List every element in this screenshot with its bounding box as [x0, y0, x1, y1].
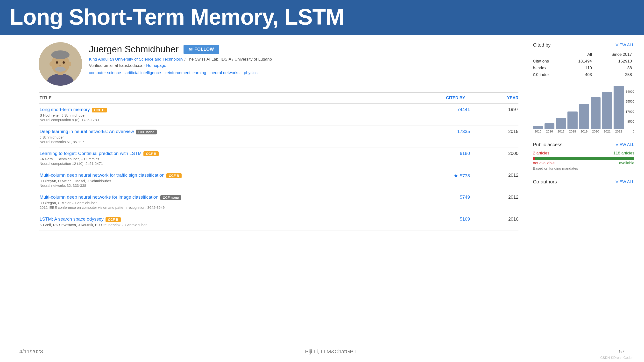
- cited-count-link[interactable]: 5738: [460, 173, 470, 178]
- paper-cited-count[interactable]: ★ 5738: [397, 169, 470, 191]
- bar-year-label: 2020: [592, 130, 599, 133]
- public-access-section: Public access VIEW ALL 2 articles 118 ar…: [533, 142, 634, 170]
- table-row: Deep learning in neural networks: An ove…: [39, 125, 518, 147]
- svg-point-7: [60, 65, 61, 66]
- paper-authors: D CireşAn, U Meier, J Masci, J Schmidhub…: [40, 179, 397, 183]
- tag-rl[interactable]: reinforcement learning: [166, 70, 206, 75]
- paper-badge: CCF B: [144, 151, 159, 156]
- footer-page: 57: [619, 349, 625, 355]
- affiliation[interactable]: King Abdullah University of Science and …: [89, 57, 272, 62]
- tag-physics[interactable]: physics: [244, 70, 258, 75]
- footer: 4/11/2023 Piji Li, LLM&ChatGPT 57: [0, 349, 644, 355]
- cited-count-link[interactable]: 6180: [460, 151, 470, 156]
- cited-by-view-all[interactable]: VIEW ALL: [616, 43, 634, 47]
- tag-ai[interactable]: artificial intelligence: [125, 70, 161, 75]
- paper-badge: CCF B: [166, 173, 182, 178]
- paper-journal: Neural networks 61, 85-117: [40, 140, 397, 144]
- col-title-header: TITLE: [39, 93, 397, 103]
- follow-label: FOLLOW: [194, 47, 214, 52]
- bar-year-label: 2017: [558, 130, 564, 133]
- tag-computer-science[interactable]: computer science: [89, 70, 121, 75]
- y-axis-label: 8500: [626, 120, 634, 123]
- paper-authors: K Greff, RK Srivastava, J Koutník, BR St…: [40, 223, 397, 227]
- paper-journal: 2012 IEEE conference on computer vision …: [40, 205, 397, 209]
- public-access-title: Public access: [533, 142, 562, 147]
- y-axis-label: 0: [626, 130, 634, 133]
- bar-year-label: 2018: [569, 130, 576, 133]
- stats-col-all: All: [566, 51, 594, 58]
- cited-count-link[interactable]: 74441: [457, 107, 470, 112]
- bar-column: 2020: [591, 97, 601, 133]
- table-row: Long short-term memoryCCF BS Hochreiter,…: [39, 103, 518, 125]
- bar-column: 2021: [602, 92, 612, 133]
- main-content: Juergen Schmidhuber ✉ FOLLOW King Abdull…: [0, 35, 644, 235]
- profile-email: Verified email at kaust.edu.sa - Homepag…: [89, 63, 272, 68]
- footer-presenter: Piji Li, LLM&ChatGPT: [305, 349, 357, 355]
- author-name: Juergen Schmidhuber: [89, 44, 179, 54]
- svg-point-10: [68, 61, 71, 66]
- paper-title-cell: Multi-column deep neural network for tra…: [39, 169, 397, 191]
- svg-point-8: [55, 67, 66, 72]
- paper-year: 2016: [470, 213, 518, 230]
- bar-column: 2016: [544, 123, 555, 133]
- cited-count-link[interactable]: 5749: [460, 195, 470, 200]
- public-access-view-all[interactable]: VIEW ALL: [616, 142, 634, 147]
- footer-date: 4/11/2023: [19, 349, 43, 355]
- bar: [614, 86, 624, 129]
- paper-cited-count[interactable]: 6180: [397, 147, 470, 169]
- paper-cited-count[interactable]: 5169: [397, 213, 470, 230]
- email-text: Verified email at kaust.edu.sa -: [89, 63, 146, 68]
- profile-info: Juergen Schmidhuber ✉ FOLLOW King Abdull…: [89, 42, 272, 75]
- svg-point-9: [50, 61, 53, 66]
- coauthors-section: Co-authors VIEW ALL: [533, 179, 634, 185]
- bar: [579, 104, 589, 129]
- paper-title-link[interactable]: LSTM: A search space odyssey: [40, 217, 104, 222]
- paper-authors: FA Gers, J Schmidhuber, F Cummins: [40, 157, 397, 161]
- cited-by-title: Cited by: [533, 42, 550, 48]
- stats-row: h-index11088: [533, 65, 634, 71]
- not-available-label: not available: [533, 161, 555, 165]
- paper-title-link[interactable]: Long short-term memory: [40, 107, 90, 112]
- bar-column: 2017: [556, 118, 566, 133]
- paper-title-link[interactable]: Deep learning in neural networks: An ove…: [40, 129, 134, 134]
- stats-header-row: All Since 2017: [533, 51, 634, 58]
- paper-cited-count[interactable]: 5749: [397, 191, 470, 213]
- paper-title-cell: Multi-column deep neural networks for im…: [39, 191, 397, 213]
- paper-title-cell: LSTM: A search space odysseyCCF BK Greff…: [39, 213, 397, 230]
- access-count-row: 2 articles 118 articles: [533, 151, 634, 156]
- profile-tags: computer science artificial intelligence…: [89, 70, 272, 75]
- cited-count-link[interactable]: 17335: [457, 129, 470, 134]
- paper-cited-count[interactable]: 17335: [397, 125, 470, 147]
- svg-point-6: [62, 61, 65, 64]
- profile-name-row: Juergen Schmidhuber ✉ FOLLOW: [89, 44, 272, 54]
- avatar: [39, 42, 82, 86]
- tag-neural-networks[interactable]: neural networks: [210, 70, 240, 75]
- coauthors-view-all[interactable]: VIEW ALL: [616, 180, 634, 184]
- paper-cited-count[interactable]: 74441: [397, 103, 470, 125]
- stats-label: h-index: [533, 65, 566, 71]
- paper-title-link[interactable]: Learning to forget: Continual prediction…: [40, 151, 142, 156]
- paper-journal: Neural computation 9 (8), 1735-1780: [40, 118, 397, 122]
- paper-year: 1997: [470, 103, 518, 125]
- bar: [544, 123, 555, 129]
- col-cited-header: CITED BY: [397, 93, 470, 103]
- right-sidebar: Cited by VIEW ALL All Since 2017 Citatio…: [533, 42, 634, 231]
- stats-col-empty: [533, 51, 566, 58]
- access-bar: [533, 157, 634, 160]
- cited-count-link[interactable]: 5169: [460, 217, 470, 222]
- funding-text: Based on funding mandates: [533, 166, 634, 170]
- bar-column: 2015: [533, 126, 543, 133]
- stats-all-val: 403: [566, 71, 594, 78]
- stats-label: Citations: [533, 58, 566, 65]
- follow-button[interactable]: ✉ FOLLOW: [184, 45, 219, 54]
- paper-authors: J Schmidhuber: [40, 135, 397, 139]
- paper-authors: D Ciregan, U Meier, J Schmidhuber: [40, 201, 397, 205]
- affiliation-link[interactable]: King Abdullah University of Science and …: [89, 57, 183, 61]
- paper-title-link[interactable]: Multi-column deep neural network for tra…: [40, 173, 164, 178]
- table-row: Learning to forget: Continual prediction…: [39, 147, 518, 169]
- paper-journal: Neural networks 32, 333-338: [40, 183, 397, 188]
- not-available-bar: [533, 157, 534, 160]
- paper-title-link[interactable]: Multi-column deep neural networks for im…: [40, 195, 158, 200]
- homepage-link[interactable]: Homepage: [146, 63, 166, 68]
- paper-year: 2012: [470, 169, 518, 191]
